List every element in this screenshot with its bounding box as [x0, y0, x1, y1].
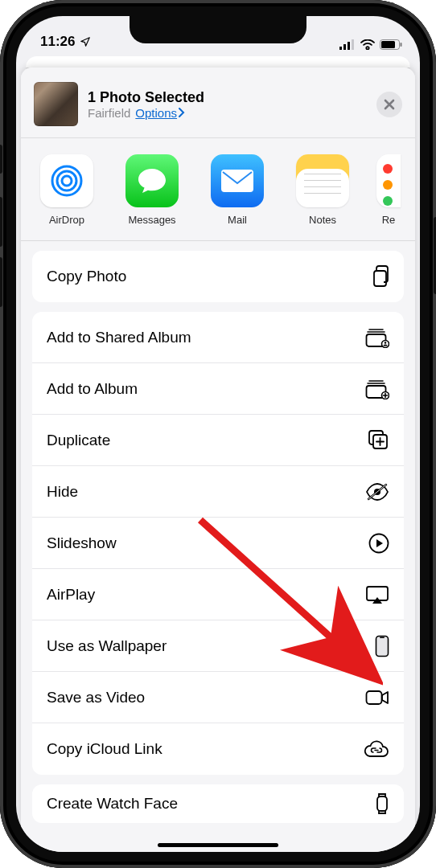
- cellular-icon: [339, 39, 356, 50]
- device-frame: 11:26 1 Photo Selected Fairfield: [0, 0, 436, 868]
- action-airplay[interactable]: AirPlay: [32, 569, 404, 620]
- share-app-reminders[interactable]: Re: [376, 154, 401, 226]
- svg-point-7: [62, 176, 72, 186]
- options-link-label: Options: [135, 106, 177, 120]
- action-hide[interactable]: Hide: [32, 466, 404, 518]
- shared-album-icon: [365, 327, 389, 348]
- share-app-messages[interactable]: Messages: [121, 154, 183, 226]
- close-button[interactable]: [376, 92, 402, 117]
- action-use-wallpaper[interactable]: Use as Wallpaper: [32, 620, 404, 672]
- cloud-link-icon: [364, 740, 389, 758]
- action-label: Use as Wallpaper: [47, 637, 167, 655]
- action-label: Copy iCloud Link: [47, 740, 162, 758]
- play-circle-icon: [368, 533, 389, 554]
- actions-group: Add to Shared Album Add to Album Duplica…: [32, 312, 404, 775]
- svg-rect-5: [381, 41, 395, 48]
- volume-up-button: [0, 197, 2, 247]
- share-app-label: Notes: [309, 214, 336, 226]
- airplay-icon: [365, 585, 389, 604]
- notch: [130, 16, 306, 43]
- copy-icon: [368, 265, 389, 288]
- selection-title: 1 Photo Selected: [88, 89, 367, 106]
- action-duplicate[interactable]: Duplicate: [32, 415, 404, 466]
- svg-rect-2: [348, 42, 350, 50]
- svg-rect-1: [343, 44, 346, 50]
- action-label: AirPlay: [47, 586, 95, 604]
- share-app-label: Mail: [228, 214, 247, 226]
- eye-off-icon: [365, 483, 389, 501]
- mail-icon: [211, 154, 264, 207]
- status-time: 11:26: [40, 34, 75, 50]
- action-add-shared-album[interactable]: Add to Shared Album: [32, 312, 404, 363]
- airdrop-icon: [40, 154, 93, 207]
- svg-rect-0: [339, 47, 342, 50]
- share-app-label: Messages: [128, 214, 175, 226]
- share-app-airdrop[interactable]: AirDrop: [35, 154, 98, 226]
- battery-icon: [380, 39, 402, 50]
- action-copy-photo[interactable]: Copy Photo: [32, 251, 404, 302]
- share-apps-row[interactable]: AirDrop Messages Mail Notes: [21, 138, 415, 241]
- svg-rect-11: [374, 271, 386, 286]
- action-label: Slideshow: [47, 534, 117, 552]
- action-label: Add to Shared Album: [47, 329, 191, 346]
- action-create-watch-face[interactable]: Create Watch Face: [32, 784, 404, 823]
- video-icon: [365, 689, 389, 706]
- action-label: Create Watch Face: [47, 795, 178, 813]
- action-add-album[interactable]: Add to Album: [32, 363, 404, 415]
- home-indicator[interactable]: [158, 843, 278, 847]
- album-add-icon: [365, 379, 389, 399]
- action-label: Save as Video: [47, 689, 145, 706]
- messages-icon: [125, 154, 179, 207]
- wifi-icon: [360, 39, 375, 50]
- action-label: Add to Album: [47, 380, 138, 398]
- svg-rect-6: [401, 43, 402, 47]
- share-app-label: Re: [382, 214, 396, 226]
- svg-rect-23: [367, 691, 382, 704]
- volume-down-button: [0, 257, 2, 307]
- share-sheet: 1 Photo Selected Fairfield Options: [21, 68, 415, 852]
- share-app-label: AirDrop: [49, 214, 84, 226]
- background-card-peek: [26, 56, 410, 68]
- svg-rect-22: [380, 637, 385, 638]
- options-link[interactable]: Options: [135, 106, 185, 120]
- iphone-icon: [375, 635, 389, 657]
- actions-list[interactable]: Copy Photo Add to Shared Album Add to Al…: [21, 241, 415, 823]
- svg-rect-3: [352, 39, 354, 50]
- actions-group: Create Watch Face: [32, 784, 404, 823]
- share-app-mail[interactable]: Mail: [206, 154, 269, 226]
- svg-rect-21: [376, 636, 389, 656]
- close-icon: [384, 99, 395, 110]
- action-save-video[interactable]: Save as Video: [32, 672, 404, 723]
- action-label: Copy Photo: [47, 268, 126, 285]
- svg-point-14: [385, 342, 387, 344]
- screen: 11:26 1 Photo Selected Fairfield: [16, 16, 420, 852]
- svg-point-13: [382, 340, 389, 347]
- location-label: Fairfield: [88, 106, 130, 120]
- action-slideshow[interactable]: Slideshow: [32, 518, 404, 569]
- action-label: Duplicate: [47, 432, 110, 449]
- action-copy-icloud[interactable]: Copy iCloud Link: [32, 723, 404, 775]
- reminders-icon: [376, 154, 401, 207]
- mute-switch: [0, 145, 2, 174]
- photo-thumbnail[interactable]: [34, 82, 78, 126]
- actions-group: Copy Photo: [32, 251, 404, 302]
- location-icon: [80, 36, 91, 47]
- duplicate-icon: [368, 430, 389, 451]
- notes-icon: [296, 154, 349, 207]
- svg-point-8: [57, 171, 76, 190]
- chevron-right-icon: [179, 108, 185, 117]
- watch-icon: [375, 792, 389, 815]
- svg-rect-24: [377, 796, 387, 811]
- action-label: Hide: [47, 483, 78, 501]
- share-sheet-header: 1 Photo Selected Fairfield Options: [21, 68, 415, 138]
- share-app-notes[interactable]: Notes: [291, 154, 354, 226]
- svg-rect-10: [221, 170, 253, 192]
